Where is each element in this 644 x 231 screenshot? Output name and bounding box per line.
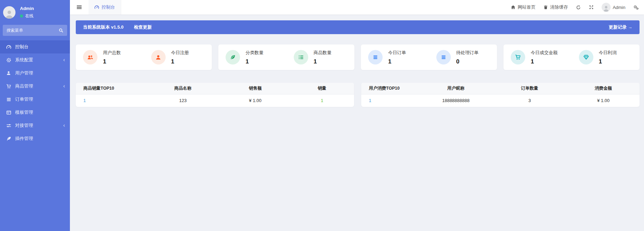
stat-card-users: 用户总数 1 今日注册 1: [76, 44, 212, 70]
sidebar-item-label: 用户管理: [15, 70, 33, 76]
topbar: 控制台 网站首页 清除缓存: [70, 0, 644, 14]
sidebar-item-label: 系统配置: [15, 57, 33, 63]
clear-cache-label: 清除缓存: [550, 4, 568, 10]
stat-label: 今日注册: [171, 50, 189, 56]
avatar: [3, 6, 15, 19]
stat-value: 1: [531, 58, 558, 65]
sidebar-item-product-management[interactable]: 商品管理 ‹: [0, 80, 70, 93]
column-header: 用户昵称: [420, 83, 492, 94]
table-header-row: 用户消费TOP10 用户昵称 订单数量 消费金额: [361, 83, 640, 94]
fullscreen-icon[interactable]: [589, 5, 594, 10]
search-input[interactable]: [7, 28, 59, 33]
product-sales-table: 商品销量TOP10 商品名称 销售额 销量 1 123 ¥ 1.00 1: [76, 83, 354, 107]
stat-label: 商品数量: [314, 50, 332, 56]
chevron-left-icon: ‹: [63, 58, 65, 63]
tachometer-icon: [6, 44, 11, 50]
table-header-row: 商品销量TOP10 商品名称 销售额 销量: [76, 83, 354, 94]
stat-product-count: 商品数量 1: [287, 44, 355, 70]
status-label: 在线: [25, 13, 33, 19]
version-banner: 当前系统版本 v1.5.0 检查更新 更新记录 →: [76, 20, 640, 34]
column-header: 用户消费TOP10: [361, 83, 420, 94]
stat-today-orders: 今日订单 1: [361, 44, 429, 70]
stat-value: 0: [456, 58, 479, 65]
sidebar-item-user-management[interactable]: 用户管理: [0, 67, 70, 80]
sidebar-menu: 控制台 系统配置 ‹ 用户管理 商品管理 ‹ 订单管理: [0, 40, 70, 145]
profile-status: 在线: [20, 13, 34, 19]
product-name-cell: 123: [145, 94, 220, 107]
stat-value: 1: [599, 58, 617, 65]
leaf-icon: [226, 50, 240, 64]
sidebar-item-dashboard[interactable]: 控制台: [0, 40, 70, 53]
spend-amount-cell: ¥ 1.00: [567, 94, 640, 107]
column-header: 商品名称: [145, 83, 220, 94]
product-sales-top10-panel: 商品销量TOP10 商品名称 销售额 销量 1 123 ¥ 1.00 1: [76, 83, 354, 107]
main-area: 控制台 网站首页 清除缓存: [70, 0, 644, 231]
online-dot-icon: [20, 14, 23, 18]
search-icon[interactable]: [59, 28, 63, 33]
check-update-link[interactable]: 检查更新: [134, 24, 152, 30]
feather-icon: [6, 136, 11, 141]
sidebar-item-label: 插件管理: [15, 135, 33, 142]
order-count-cell: 3: [492, 94, 567, 107]
stat-label: 今日成交金额: [531, 50, 558, 56]
sidebar-item-template-management[interactable]: 模板管理: [0, 106, 70, 119]
home-icon: [511, 5, 516, 10]
tab-dashboard[interactable]: 控制台: [89, 0, 121, 14]
stat-label: 分类数量: [246, 50, 263, 56]
users-icon: [83, 50, 97, 64]
table-row: 1 123 ¥ 1.00 1: [76, 94, 354, 107]
stat-card-orders: 今日订单 1 待处理订单 0: [361, 44, 497, 70]
stat-label: 用户总数: [103, 50, 121, 56]
column-header: 销量: [290, 83, 354, 94]
changelog-link[interactable]: 更新记录 →: [609, 24, 632, 30]
stat-label: 今日利润: [599, 50, 617, 56]
user-menu[interactable]: Admin: [602, 3, 625, 12]
list-icon: [6, 97, 11, 102]
topbar-right: 网站首页 清除缓存 Admin: [511, 3, 644, 12]
gear-icon: [6, 57, 11, 63]
stat-card-catalog: 分类数量 1 商品数量 1: [218, 44, 354, 70]
clear-cache-button[interactable]: 清除缓存: [543, 4, 568, 10]
stat-value: 1: [171, 58, 189, 65]
stat-label: 今日订单: [388, 50, 406, 56]
cogs-icon[interactable]: [633, 5, 639, 10]
rank-cell: 1: [361, 94, 420, 107]
tachometer-icon: [94, 5, 99, 10]
sidebar-item-label: 模板管理: [15, 109, 33, 116]
sidebar-item-label: 商品管理: [15, 83, 33, 89]
user-icon: [151, 50, 166, 64]
template-icon: [6, 110, 11, 115]
username-label: Admin: [613, 5, 625, 10]
stat-pending-orders: 待处理订单 0: [429, 44, 497, 70]
table-row: 1 18888888888 3 ¥ 1.00: [361, 94, 640, 107]
user-icon: [6, 70, 11, 76]
gem-icon: [579, 50, 593, 64]
stat-label: 待处理订单: [456, 50, 479, 56]
cart-icon: [511, 50, 525, 64]
sidebar: Admin 在线 控制台 系统配置 ‹: [0, 0, 70, 231]
sliders-icon: [6, 123, 11, 128]
stat-cards: 用户总数 1 今日注册 1: [76, 44, 640, 70]
sidebar-item-plugin-management[interactable]: 插件管理: [0, 132, 70, 145]
hamburger-icon[interactable]: [70, 4, 89, 10]
column-header: 商品销量TOP10: [76, 83, 145, 94]
chevron-left-icon: ‹: [63, 123, 65, 128]
profile-name: Admin: [20, 6, 34, 12]
sidebar-item-label: 订单管理: [15, 96, 33, 102]
column-header: 订单数量: [492, 83, 567, 94]
sidebar-item-order-management[interactable]: 订单管理: [0, 93, 70, 106]
stat-value: 1: [103, 58, 121, 65]
refresh-icon[interactable]: [576, 5, 581, 10]
trash-icon: [543, 5, 548, 10]
sidebar-item-integration-management[interactable]: 对接管理 ‹: [0, 119, 70, 132]
site-home-label: 网站首页: [518, 4, 536, 10]
user-spend-table: 用户消费TOP10 用户昵称 订单数量 消费金额 1 18888888888 3…: [361, 83, 640, 107]
menu-search: [3, 25, 67, 36]
stat-today-revenue: 今日成交金额 1: [503, 44, 572, 70]
site-home-link[interactable]: 网站首页: [511, 4, 536, 10]
stat-category-count: 分类数量 1: [218, 44, 287, 70]
top10-tables: 商品销量TOP10 商品名称 销售额 销量 1 123 ¥ 1.00 1: [76, 83, 640, 107]
sidebar-item-system-config[interactable]: 系统配置 ‹: [0, 53, 70, 67]
user-spend-top10-panel: 用户消费TOP10 用户昵称 订单数量 消费金额 1 18888888888 3…: [361, 83, 640, 107]
stat-today-profit: 今日利润 1: [572, 44, 640, 70]
